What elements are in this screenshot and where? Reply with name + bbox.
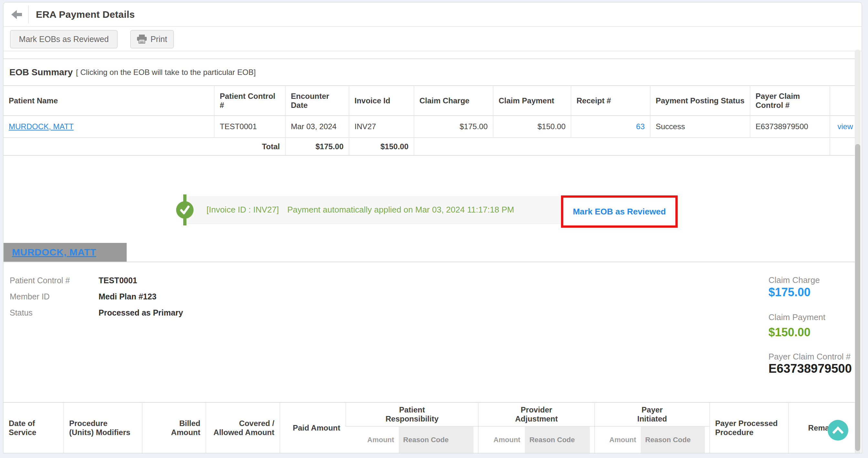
- annotation-highlight-box: Mark EOB as Reviewed: [561, 195, 678, 228]
- payer-claim-control-value: E63738979500: [769, 362, 852, 375]
- toolbar: Mark EOBs as Reviewed Print: [4, 28, 862, 51]
- cell-posting-status: Success: [650, 116, 750, 138]
- col-date-of-service: Date of Service: [4, 402, 64, 454]
- page-title: ERA Payment Details: [36, 9, 135, 20]
- subcol-reason-code: Reason Code: [399, 427, 473, 453]
- subcol-amount: Amount: [595, 427, 641, 453]
- eob-summary-note: [ Clicking on the EOB will take to the p…: [76, 68, 256, 77]
- col-patient-control: Patient Control #: [214, 86, 285, 116]
- subcol-reason-code: Reason Code: [641, 427, 705, 453]
- service-line-section: Date of Service Procedure (Units) Modifi…: [4, 402, 860, 454]
- patient-tab-link[interactable]: MURDOCK, MATT: [12, 247, 96, 258]
- subcol-reason-code: Reason Code: [525, 427, 590, 453]
- mark-eobs-reviewed-button[interactable]: Mark EOBs as Reviewed: [10, 30, 118, 48]
- scrollbar-thumb[interactable]: [855, 144, 860, 451]
- chevron-up-icon: [832, 426, 844, 434]
- eob-summary-title: EOB Summary: [9, 67, 73, 77]
- mark-eob-reviewed-link[interactable]: Mark EOB as Reviewed: [573, 207, 666, 217]
- main-card: ERA Payment Details Mark EOBs as Reviewe…: [3, 2, 862, 454]
- cell-invoice-id: INV27: [349, 116, 414, 138]
- patient-name-link[interactable]: MURDOCK, MATT: [9, 122, 74, 131]
- col-billed: Billed Amount: [142, 402, 206, 454]
- cell-claim-charge: $175.00: [414, 116, 493, 138]
- message-text: Payment automatically applied on Mar 03,…: [287, 205, 514, 215]
- subheader-patient-responsibility: Amount Reason Code: [346, 426, 478, 454]
- subcol-amount: Amount: [478, 427, 525, 453]
- col-posting-status: Payment Posting Status: [650, 86, 750, 116]
- cell-patient-control: TEST0001: [214, 116, 285, 138]
- col-receipt: Receipt #: [571, 86, 650, 116]
- detail-row-member-id: Member ID Medi Plan #123: [10, 292, 156, 301]
- print-button-label: Print: [151, 35, 167, 44]
- detail-value: Processed as Primary: [99, 308, 183, 318]
- col-covered: Covered / Allowed Amount: [206, 402, 280, 454]
- eob-summary-title-row: EOB Summary [ Clicking on the EOB will t…: [4, 59, 860, 85]
- payment-applied-message: [Invoice ID : INV27] Payment automatical…: [186, 196, 561, 224]
- service-header-row: Date of Service Procedure (Units) Modifi…: [4, 402, 860, 426]
- patient-tab: MURDOCK, MATT: [4, 243, 127, 262]
- claim-payment-value: $150.00: [769, 326, 810, 339]
- total-claim-charge: $175.00: [285, 138, 349, 155]
- cell-payer-claim-control: E63738979500: [750, 116, 830, 138]
- print-button[interactable]: Print: [130, 30, 174, 48]
- col-encounter-date: Encounter Date: [285, 86, 349, 116]
- header-divider: [28, 5, 29, 24]
- total-claim-payment: $150.00: [349, 138, 414, 155]
- service-line-table: Date of Service Procedure (Units) Modifi…: [4, 402, 860, 454]
- cell-encounter-date: Mar 03, 2024: [285, 116, 349, 138]
- col-paid: Paid Amount: [280, 402, 346, 454]
- payer-claim-control-label: Payer Claim Control #: [769, 352, 850, 362]
- arrow-left-icon: [11, 10, 23, 20]
- detail-label: Status: [10, 308, 99, 318]
- col-patient-responsibility: Patient Responsibility: [346, 402, 478, 426]
- eob-summary-panel: EOB Summary [ Clicking on the EOB will t…: [4, 59, 860, 156]
- col-claim-charge: Claim Charge: [414, 86, 493, 116]
- scroll-to-top-button[interactable]: [828, 420, 848, 440]
- subcol-amount: Amount: [346, 427, 399, 453]
- subheader-provider-adjustment: Amount Reason Code: [478, 426, 595, 454]
- subheader-payer-initiated: Amount Reason Code: [595, 426, 710, 454]
- col-patient-name: Patient Name: [4, 86, 214, 116]
- detail-value: TEST0001: [99, 276, 137, 285]
- detail-label: Member ID: [10, 292, 99, 301]
- total-label: Total: [4, 138, 285, 155]
- view-link[interactable]: view: [837, 122, 853, 131]
- claim-charge-label: Claim Charge: [769, 275, 820, 285]
- col-invoice-id: Invoice Id: [349, 86, 414, 116]
- check-circle-icon: [176, 201, 193, 219]
- back-button[interactable]: [10, 8, 24, 21]
- col-payer-claim-control: Payer Claim Control #: [750, 86, 830, 116]
- col-claim-payment: Claim Payment: [493, 86, 571, 116]
- eob-summary-header-row: Patient Name Patient Control # Encounter…: [4, 86, 860, 116]
- detail-row-status: Status Processed as Primary: [10, 308, 183, 318]
- col-payer-initiated: Payer Initiated: [595, 402, 710, 426]
- eob-summary-row: MURDOCK, MATT TEST0001 Mar 03, 2024 INV2…: [4, 116, 860, 138]
- page-header: ERA Payment Details: [4, 3, 862, 27]
- claim-charge-value: $175.00: [769, 286, 810, 299]
- detail-value: Medi Plan #123: [99, 292, 156, 301]
- claim-payment-label: Claim Payment: [769, 312, 825, 322]
- message-invoice-id: [Invoice ID : INV27]: [207, 205, 279, 215]
- eob-summary-table: Patient Name Patient Control # Encounter…: [4, 85, 860, 155]
- total-spacer: [414, 138, 830, 155]
- check-icon: [179, 205, 190, 215]
- receipt-link[interactable]: 63: [636, 122, 645, 131]
- col-procedure: Procedure (Units) Modifiers: [64, 402, 142, 454]
- col-payer-processed: Payer Processed Procedure: [710, 402, 788, 454]
- col-remarks: Remarks: [788, 402, 860, 454]
- detail-label: Patient Control #: [10, 276, 99, 285]
- printer-icon: [137, 35, 147, 43]
- detail-row-patient-control: Patient Control # TEST0001: [10, 276, 137, 285]
- col-provider-adjustment: Provider Adjustment: [478, 402, 595, 426]
- cell-claim-payment: $150.00: [493, 116, 571, 138]
- eob-summary-total-row: Total $175.00 $150.00: [4, 138, 860, 155]
